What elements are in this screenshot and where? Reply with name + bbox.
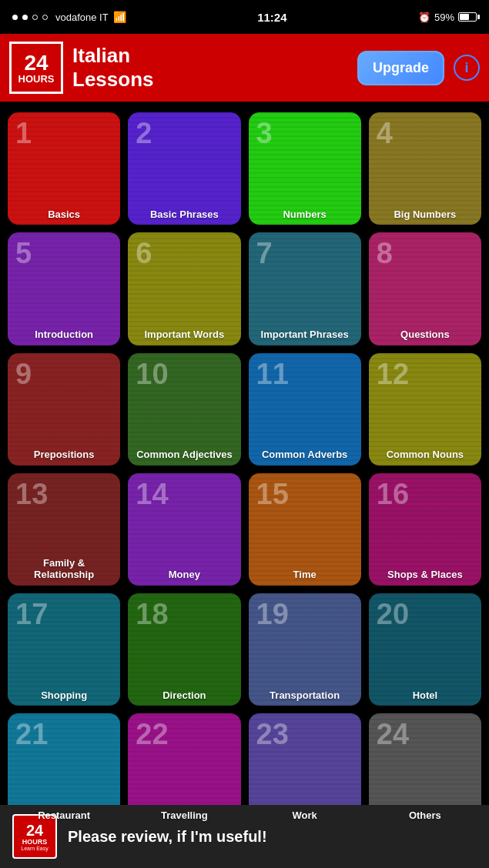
carrier-label: vodafone IT xyxy=(55,12,109,23)
logo-number: 24 xyxy=(24,52,48,74)
lesson-name-21: Restaurant xyxy=(38,810,90,822)
lesson-card-20[interactable]: 20Hotel xyxy=(369,593,481,706)
lesson-card-17[interactable]: 17Shopping xyxy=(8,593,120,706)
signal-dot-1 xyxy=(12,15,18,20)
lesson-name-10: Common Adjectives xyxy=(136,449,233,461)
lesson-card-4[interactable]: 4Big Numbers xyxy=(369,112,481,225)
lesson-number-9: 9 xyxy=(15,359,32,389)
lesson-number-8: 8 xyxy=(377,239,393,268)
upgrade-button[interactable]: Upgrade xyxy=(357,51,444,85)
lesson-name-1: Basics xyxy=(48,209,80,221)
lesson-card-18[interactable]: 18Direction xyxy=(128,593,240,706)
app-header: 24 HOURS ItalianLessons Upgrade i xyxy=(0,34,489,102)
lesson-card-14[interactable]: 14Money xyxy=(128,473,240,586)
lesson-name-8: Questions xyxy=(400,329,450,341)
lesson-name-18: Direction xyxy=(162,689,206,702)
review-text: Please review, if I'm useful! xyxy=(68,828,267,846)
lesson-card-2[interactable]: 2Basic Phrases xyxy=(128,112,240,225)
status-right: ⏰ 59% xyxy=(418,12,477,23)
lesson-card-11[interactable]: 11Common Adverbs xyxy=(249,353,361,466)
lesson-number-12: 12 xyxy=(377,359,409,389)
status-bar: vodafone IT 📶 11:24 ⏰ 59% xyxy=(0,0,489,34)
lesson-number-20: 20 xyxy=(377,599,409,629)
bottom-logo-learn: Learn Easy xyxy=(21,846,48,851)
lesson-card-10[interactable]: 10Common Adjectives xyxy=(128,353,240,466)
lesson-number-21: 21 xyxy=(15,719,48,749)
lesson-name-2: Basic Phrases xyxy=(150,209,219,221)
lesson-name-9: Prepositions xyxy=(34,449,95,461)
lesson-name-15: Time xyxy=(293,569,317,581)
alarm-icon: ⏰ xyxy=(418,12,430,23)
battery-icon-container xyxy=(458,12,477,22)
lesson-number-4: 4 xyxy=(377,119,393,148)
lesson-number-3: 3 xyxy=(256,119,273,148)
lesson-card-6[interactable]: 6Important Words xyxy=(128,232,240,345)
lesson-number-16: 16 xyxy=(377,479,409,509)
lesson-number-7: 7 xyxy=(256,239,273,268)
bottom-logo-24: 24 xyxy=(26,823,43,838)
lesson-number-11: 11 xyxy=(256,359,289,389)
lesson-name-16: Shops & Places xyxy=(387,569,463,581)
lesson-card-19[interactable]: 19Transportation xyxy=(249,593,361,706)
lesson-number-24: 24 xyxy=(377,719,409,749)
lesson-name-24: Others xyxy=(409,810,441,822)
lessons-grid: 1Basics2Basic Phrases3Numbers4Big Number… xyxy=(0,102,489,837)
signal-dot-4 xyxy=(42,15,48,20)
status-left: vodafone IT 📶 xyxy=(12,11,126,23)
lesson-name-19: Transportation xyxy=(270,689,340,702)
lesson-name-3: Numbers xyxy=(283,209,326,221)
signal-dot-3 xyxy=(32,15,38,20)
logo-text: HOURS xyxy=(18,74,55,84)
lesson-card-7[interactable]: 7Important Phrases xyxy=(249,232,361,345)
lesson-card-8[interactable]: 8Questions xyxy=(369,232,481,345)
lesson-name-20: Hotel xyxy=(413,689,438,702)
lesson-name-22: Travelling xyxy=(161,810,208,822)
app-logo: 24 HOURS xyxy=(9,42,63,94)
lesson-name-14: Money xyxy=(169,569,200,581)
lesson-number-19: 19 xyxy=(256,599,289,629)
info-button[interactable]: i xyxy=(454,55,480,81)
lesson-number-10: 10 xyxy=(136,359,168,389)
lesson-name-7: Important Phrases xyxy=(261,329,349,341)
lesson-card-12[interactable]: 12Common Nouns xyxy=(369,353,481,466)
battery-percent: 59% xyxy=(434,12,454,23)
battery-icon xyxy=(458,12,477,22)
lesson-number-22: 22 xyxy=(136,719,168,749)
lesson-number-18: 18 xyxy=(136,599,168,629)
lesson-name-5: Introduction xyxy=(35,329,93,341)
lesson-name-13: Family & Relationship xyxy=(12,557,116,581)
lesson-number-17: 17 xyxy=(15,599,48,629)
lesson-number-23: 23 xyxy=(256,719,289,749)
wifi-icon: 📶 xyxy=(113,11,126,23)
lesson-name-17: Shopping xyxy=(41,689,87,702)
lesson-card-1[interactable]: 1Basics xyxy=(8,112,120,225)
lesson-card-13[interactable]: 13Family & Relationship xyxy=(8,473,120,586)
signal-dot-2 xyxy=(22,15,28,20)
battery-fill xyxy=(460,14,469,20)
bottom-logo-hours: HOURS xyxy=(22,838,48,846)
lesson-number-13: 13 xyxy=(15,479,48,509)
lesson-number-2: 2 xyxy=(136,119,152,148)
lesson-name-11: Common Adverbs xyxy=(262,449,347,461)
lesson-number-1: 1 xyxy=(15,119,32,148)
lesson-number-15: 15 xyxy=(256,479,289,509)
app-title: ItalianLessons xyxy=(72,44,348,92)
lesson-card-5[interactable]: 5Introduction xyxy=(8,232,120,345)
status-time: 11:24 xyxy=(257,11,286,24)
lesson-number-14: 14 xyxy=(136,479,168,509)
lesson-number-6: 6 xyxy=(136,239,152,268)
lesson-name-4: Big Numbers xyxy=(394,209,456,221)
lesson-card-15[interactable]: 15Time xyxy=(249,473,361,586)
lesson-name-6: Important Words xyxy=(144,329,224,341)
lesson-card-3[interactable]: 3Numbers xyxy=(249,112,361,225)
lesson-name-12: Common Nouns xyxy=(387,449,464,461)
lesson-name-23: Work xyxy=(292,810,317,822)
lesson-number-5: 5 xyxy=(15,239,32,268)
lesson-card-16[interactable]: 16Shops & Places xyxy=(369,473,481,586)
lesson-card-9[interactable]: 9Prepositions xyxy=(8,353,120,466)
